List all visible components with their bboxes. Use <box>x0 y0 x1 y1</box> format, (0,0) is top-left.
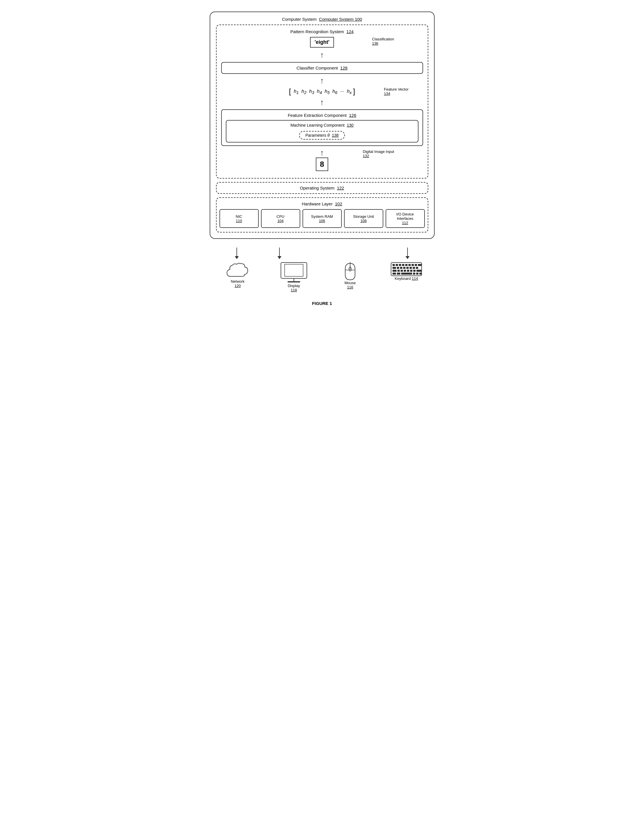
hw-nic: NIC110 <box>219 209 259 228</box>
svg-rect-15 <box>411 264 414 266</box>
arrow-to-digital-input: ↑ <box>320 148 324 158</box>
svg-rect-27 <box>397 270 400 272</box>
svg-rect-19 <box>397 267 399 269</box>
svg-rect-13 <box>405 264 408 266</box>
svg-rect-28 <box>400 270 403 272</box>
svg-rect-22 <box>406 267 409 269</box>
svg-rect-18 <box>393 267 396 269</box>
svg-rect-32 <box>413 270 416 272</box>
svg-rect-3 <box>288 281 300 282</box>
external-devices-row: Network 120 Display 118 <box>210 262 435 292</box>
arrow-to-feature-vector: ↑ <box>221 76 423 85</box>
svg-rect-37 <box>413 273 415 275</box>
feature-vector-area: [ h1 h2 h3 h4 h5 h6 ··· hx ] Feature Vec… <box>221 87 423 96</box>
svg-rect-36 <box>401 273 412 275</box>
operating-system-box: Operating System 122 <box>216 182 428 194</box>
svg-rect-16 <box>415 264 417 266</box>
hardware-layer-box: Hardware Layer 102 NIC110 CPU104 System … <box>216 197 428 233</box>
feature-extraction-box: Feature Extraction Component 126 Machine… <box>221 109 423 146</box>
machine-learning-box: Machine Learning Component 130 Parameter… <box>226 120 419 143</box>
svg-rect-33 <box>417 270 422 272</box>
svg-rect-14 <box>408 264 411 266</box>
digital-input-label: Digital Image Input132 <box>363 149 394 158</box>
hw-io: I/O Device Interfaces112 <box>386 209 425 228</box>
computer-system-box: Computer System Computer System 100 Patt… <box>210 12 435 239</box>
hw-storage: Storage Unit108 <box>344 209 383 228</box>
svg-rect-23 <box>409 267 412 269</box>
hardware-layer-label: Hardware Layer 102 <box>219 201 425 206</box>
classification-label: Classification136 <box>372 37 394 46</box>
svg-rect-29 <box>404 270 406 272</box>
svg-rect-34 <box>393 273 396 275</box>
computer-system-label: Computer System Computer System 100 <box>216 17 428 21</box>
svg-rect-35 <box>397 273 400 275</box>
arrow-to-feature-extraction: ↑ <box>221 98 423 107</box>
ext-mouse: Mouse 116 <box>331 262 369 289</box>
svg-rect-30 <box>407 270 409 272</box>
classification-area: 'eight' Classification136 <box>221 37 423 48</box>
svg-rect-11 <box>399 264 401 266</box>
svg-rect-20 <box>400 267 402 269</box>
hardware-components: NIC110 CPU104 System RAM106 Storage Unit… <box>219 209 425 228</box>
ext-display: Display 118 <box>275 262 313 292</box>
svg-rect-39 <box>419 273 422 275</box>
classifier-component-box: Classifier Component 128 <box>221 62 423 74</box>
hw-ram: System RAM106 <box>302 209 342 228</box>
svg-rect-1 <box>285 264 303 276</box>
digit-eight-input: 8 <box>316 158 328 171</box>
svg-rect-31 <box>410 270 412 272</box>
svg-rect-17 <box>418 264 422 266</box>
svg-rect-12 <box>402 264 404 266</box>
arrow-to-classifier: ↑ <box>221 51 423 60</box>
svg-rect-38 <box>416 273 419 275</box>
pattern-recognition-label: Pattern Recognition System 124 <box>221 29 423 34</box>
pattern-recognition-box: Pattern Recognition System 124 'eight' C… <box>216 25 428 178</box>
svg-rect-9 <box>393 264 395 266</box>
svg-rect-25 <box>416 267 418 269</box>
page-container: Computer System Computer System 100 Patt… <box>210 12 435 306</box>
ext-network: Network 120 <box>219 262 256 288</box>
ext-keyboard: Keyboard 114 <box>388 262 425 281</box>
parameters-box: Parameters θ 138 <box>299 131 345 140</box>
svg-rect-26 <box>393 270 397 272</box>
svg-rect-21 <box>403 267 405 269</box>
output-eight-box: 'eight' <box>310 37 334 48</box>
connector-arrows-row <box>210 247 435 262</box>
feature-vector-label: Feature Vector134 <box>384 87 408 96</box>
figure-caption: FIGURE 1 <box>210 301 435 306</box>
svg-rect-24 <box>413 267 415 269</box>
svg-rect-10 <box>396 264 398 266</box>
hw-cpu: CPU104 <box>261 209 300 228</box>
